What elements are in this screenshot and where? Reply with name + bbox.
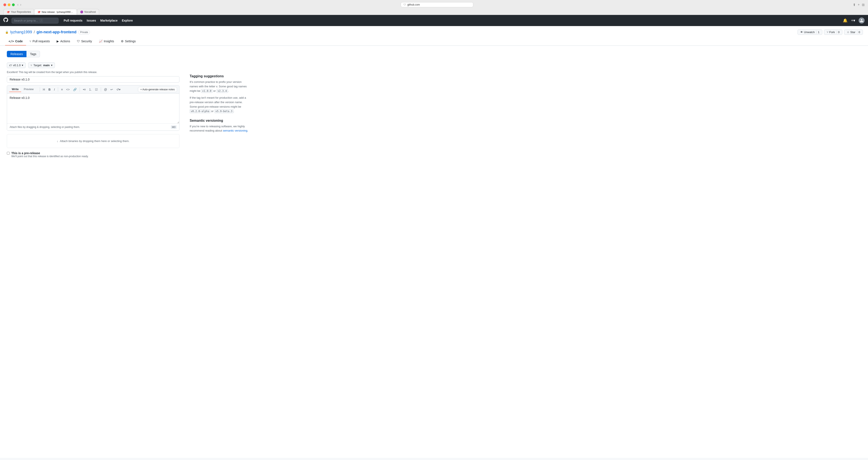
- more-button[interactable]: ↺▾: [115, 87, 122, 92]
- layout: 🏷 v0.1.0 ▾ ⑂ Target: main ▾ Excellent! T…: [7, 62, 249, 158]
- nav-explore[interactable]: Explore: [122, 19, 133, 22]
- github-app: Search or jump to... / Pull requests Iss…: [0, 15, 868, 458]
- tag-icon: 🏷: [9, 64, 12, 67]
- semantic-title: Semantic versioning: [190, 119, 249, 123]
- addressbar[interactable]: 🛡 github.com: [401, 2, 473, 7]
- unwatch-label: Unwatch: [804, 31, 815, 34]
- browser-controls: ‹ ›: [17, 3, 21, 7]
- unordered-list-button[interactable]: •≡: [82, 87, 87, 92]
- tagging-suggestions-section: Tagging suggestions It's common practice…: [190, 74, 249, 114]
- ordered-list-button[interactable]: 1.: [88, 87, 93, 92]
- editor-tabs: Write Preview: [9, 87, 36, 92]
- tagging-title: Tagging suggestions: [190, 74, 249, 78]
- repo-name-link[interactable]: gin-next-app-frontend: [36, 30, 76, 34]
- fullscreen-button[interactable]: [12, 3, 15, 6]
- semantic-versioning-link[interactable]: semantic versioning: [223, 129, 247, 132]
- plus-button[interactable]: +▾: [851, 18, 855, 23]
- tab-insights-label: Insights: [104, 39, 114, 43]
- top-navigation: Search or jump to... / Pull requests Iss…: [0, 15, 868, 26]
- grid-icon[interactable]: ⊞: [862, 3, 865, 7]
- ref-button[interactable]: ↩: [109, 87, 114, 92]
- repo-navigation: </> Code ⑂ Pull requests ▶ Actions 🛡 Sec…: [5, 37, 863, 45]
- tab-label: Nocalhost: [84, 10, 96, 13]
- target-dropdown[interactable]: ⑂ Target: main ▾: [28, 62, 55, 68]
- tab-pull-requests[interactable]: ⑂ Pull requests: [26, 37, 53, 45]
- tab-favicon: 🐙: [7, 10, 10, 13]
- fork-button[interactable]: ⑂ Fork 0: [824, 29, 842, 35]
- nav-marketplace[interactable]: Marketplace: [100, 19, 118, 22]
- tab-your-repositories[interactable]: 🐙 Your Repositories: [3, 9, 34, 15]
- repo-owner-link[interactable]: lyzhang1999: [10, 30, 32, 34]
- search-box[interactable]: Search or jump to... /: [11, 18, 59, 24]
- tasklist-button[interactable]: ☑: [94, 87, 99, 92]
- heading-button[interactable]: H: [42, 87, 46, 92]
- tab-actions[interactable]: ▶ Actions: [53, 37, 73, 45]
- avatar[interactable]: [859, 18, 865, 24]
- semantic-text: If you're new to releasing software, we …: [190, 124, 249, 133]
- tab-settings[interactable]: ⚙ Settings: [118, 37, 139, 45]
- github-logo[interactable]: [3, 18, 8, 24]
- sidebar-column: Tagging suggestions It's common practice…: [190, 62, 249, 158]
- autogenerate-button[interactable]: + Auto-generate release notes: [138, 87, 177, 92]
- star-label: Star: [850, 31, 856, 34]
- browser-actions: ⬆ + ⊞: [853, 3, 865, 7]
- forward-button[interactable]: ›: [20, 3, 21, 7]
- toolbar-separator: [40, 87, 40, 92]
- tag-hint: Excellent! This tag will be created from…: [7, 71, 179, 74]
- minimize-button[interactable]: [8, 3, 10, 6]
- download-icon: ↓: [57, 140, 58, 143]
- nav-issues[interactable]: Issues: [87, 19, 96, 22]
- target-branch: main: [43, 64, 50, 67]
- binaries-dropzone[interactable]: ↓ Attach binaries by dropping them here …: [7, 134, 179, 148]
- share-icon[interactable]: ⬆: [853, 3, 856, 7]
- security-icon: 🛡: [77, 39, 80, 43]
- tab-insights[interactable]: 📈 Insights: [95, 37, 118, 45]
- releases-button[interactable]: Releases: [7, 51, 27, 57]
- prerelease-checkbox[interactable]: [7, 152, 10, 155]
- add-tab-icon[interactable]: +: [858, 3, 860, 7]
- tab-new-release[interactable]: 🐙 New release · lyzhang1999/gin-next-app…: [34, 9, 77, 15]
- addressbar-container: 🛡 github.com: [24, 2, 850, 7]
- tab-nocalhost[interactable]: 🟣 Nocalhost: [77, 9, 99, 15]
- tags-button[interactable]: Tags: [27, 51, 40, 57]
- star-icon: ☆: [847, 31, 849, 34]
- notifications-button[interactable]: 🔔: [843, 18, 847, 23]
- main-content: Releases Tags 🏷 v0.1.0 ▾ ⑂ Target: main: [0, 46, 256, 163]
- star-button[interactable]: ☆ Star 0: [844, 29, 863, 35]
- attach-hint: Attach files by dragging & dropping, sel…: [10, 126, 80, 128]
- tab-security[interactable]: 🛡 Security: [73, 37, 95, 45]
- release-title-input[interactable]: [7, 76, 179, 83]
- write-tab[interactable]: Write: [9, 87, 21, 92]
- italic-button[interactable]: I: [53, 87, 56, 92]
- code-alpha: v0.2.0-alpha: [190, 109, 210, 113]
- back-button[interactable]: ‹: [17, 3, 19, 7]
- attach-files-bar: Attach files by dragging & dropping, sel…: [7, 123, 179, 130]
- bold-button[interactable]: B: [47, 87, 52, 92]
- unwatch-button[interactable]: 👁 Unwatch 1: [798, 29, 822, 35]
- markdown-icon: MD: [171, 125, 177, 129]
- tag-dropdown[interactable]: 🏷 v0.1.0 ▾: [7, 62, 26, 68]
- quote-button[interactable]: ≡: [60, 87, 64, 92]
- actions-icon: ▶: [57, 39, 59, 43]
- repo-actions: 👁 Unwatch 1 ⑂ Fork 0 ☆ Star 0: [798, 29, 863, 35]
- tagging-text-2: If the tag isn't meant for production us…: [190, 96, 249, 113]
- traffic-lights: [3, 3, 15, 6]
- repo-separator: /: [34, 30, 35, 34]
- nav-pull-requests[interactable]: Pull requests: [64, 19, 83, 22]
- prerelease-row: This is a pre-release We'll point out th…: [7, 151, 179, 158]
- branch-icon: ⑂: [31, 64, 32, 67]
- code-button[interactable]: <>: [65, 87, 71, 92]
- chevron-down-icon: ▾: [51, 64, 53, 67]
- preview-tab[interactable]: Preview: [21, 87, 36, 92]
- binaries-hint: Attach binaries by dropping them here or…: [60, 140, 129, 143]
- mention-button[interactable]: @: [103, 87, 108, 92]
- prerelease-title[interactable]: This is a pre-release: [11, 151, 40, 155]
- tab-code[interactable]: </> Code: [5, 37, 26, 45]
- close-button[interactable]: [3, 3, 6, 6]
- release-textarea[interactable]: Release v0.1.0: [7, 94, 179, 123]
- link-button[interactable]: 🔗: [72, 87, 78, 92]
- prerelease-description: We'll point out that this release is ide…: [11, 155, 88, 158]
- tab-actions-label: Actions: [60, 39, 70, 43]
- shield-icon: 🛡: [403, 3, 406, 6]
- chevron-down-icon: ▾: [22, 64, 23, 67]
